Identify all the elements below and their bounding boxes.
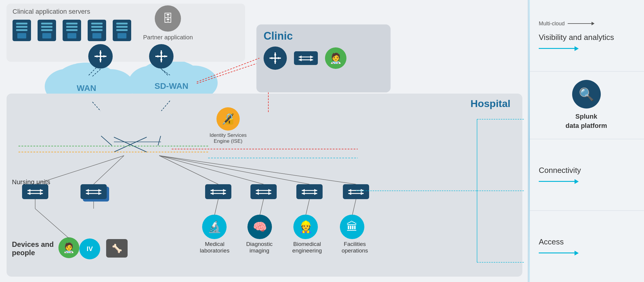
ise-icon: 🔏 [216, 107, 240, 131]
svg-marker-97 [40, 192, 43, 195]
connectivity-section: Connectivity [529, 139, 644, 211]
biomedical-switch [296, 184, 323, 199]
biomedical-icon: 👷 [293, 215, 318, 239]
nursing-switch [22, 184, 48, 199]
ise-label: Identity Services Engine (ISE) [209, 132, 247, 144]
svg-marker-103 [98, 192, 101, 195]
visibility-label: Visibility and analytics [539, 33, 634, 42]
svg-marker-115 [268, 192, 271, 195]
partner-icon: 🗄 [155, 5, 181, 32]
server-icon-1 [13, 20, 31, 41]
devices-people-label: Devices and people [12, 240, 66, 257]
person-icon-devices: 🧑‍⚕️ [58, 237, 79, 258]
svg-marker-122 [302, 192, 305, 195]
svg-marker-125 [361, 189, 364, 192]
server-icon-4 [88, 20, 106, 41]
svg-marker-85 [270, 57, 273, 59]
svg-marker-98 [27, 192, 30, 195]
svg-marker-56 [164, 55, 167, 58]
visibility-section: Multi-cloud Visibility and analytics [529, 0, 644, 72]
svg-marker-83 [274, 52, 276, 55]
server-icon-2 [38, 20, 56, 41]
svg-text:SD-WAN: SD-WAN [154, 81, 188, 91]
svg-marker-86 [278, 57, 281, 59]
svg-line-129 [92, 69, 100, 76]
svg-marker-54 [160, 59, 162, 62]
splunk-section: 🔍 Splunkdata platform [529, 72, 644, 139]
svg-marker-118 [302, 189, 305, 192]
server-icon-3 [63, 20, 81, 41]
stacked-switch-main [80, 184, 107, 199]
splunk-icon: 🔍 [572, 80, 601, 109]
medlab-switch [205, 184, 231, 199]
svg-line-151 [197, 58, 259, 82]
svg-marker-112 [256, 189, 259, 192]
svg-marker-89 [310, 55, 313, 58]
svg-marker-95 [40, 189, 43, 192]
svg-marker-49 [95, 55, 97, 58]
multicloud-label: Multi-cloud [539, 21, 565, 27]
splunk-label: Splunkdata platform [566, 112, 607, 131]
svg-text:WAN: WAN [77, 83, 96, 93]
imaging-icon: 🧠 [247, 215, 272, 239]
svg-marker-47 [99, 50, 102, 53]
access-section: Access [529, 211, 644, 282]
svg-marker-119 [314, 189, 317, 192]
svg-marker-113 [268, 189, 271, 192]
imaging-label: Diagnostic imaging [239, 241, 280, 254]
top-node-right [149, 44, 174, 69]
server-icon-5 [113, 20, 131, 41]
facilities-icon: 🏛 [340, 215, 364, 239]
ise-container: 🔏 Identity Services Engine (ISE) [209, 107, 247, 144]
clinic-section: Clinic 🧑‍⚕️ [256, 24, 391, 92]
facilities-label: Facilities operations [331, 241, 379, 254]
medlab-label: Medical laboratories [194, 241, 236, 254]
svg-marker-127 [361, 192, 364, 195]
xray-icon: 🦴 [106, 239, 128, 258]
clinic-title: Clinic [264, 30, 383, 42]
svg-line-19 [197, 63, 259, 83]
svg-marker-124 [348, 189, 351, 192]
main-diagram: WAN SD-WAN [0, 0, 644, 282]
svg-marker-53 [160, 50, 162, 53]
svg-marker-106 [210, 189, 213, 192]
svg-marker-104 [86, 192, 89, 195]
svg-marker-50 [103, 55, 106, 58]
imaging-switch [250, 184, 277, 199]
svg-marker-55 [155, 55, 158, 58]
svg-line-130 [161, 69, 170, 75]
svg-marker-128 [348, 192, 351, 195]
svg-marker-110 [210, 192, 213, 195]
svg-marker-91 [310, 58, 313, 61]
svg-marker-121 [314, 192, 317, 195]
hospital-title: Hospital [470, 98, 510, 109]
svg-marker-92 [299, 58, 302, 61]
biomedical-label: Biomedical engineering [283, 241, 331, 254]
clinic-person-icon: 🧑‍⚕️ [325, 47, 346, 69]
svg-marker-107 [223, 189, 226, 192]
svg-marker-84 [274, 61, 276, 64]
svg-marker-109 [223, 192, 226, 195]
partner-application: 🗄 Partner application [143, 5, 193, 41]
medlab-icon: 🔬 [202, 215, 227, 239]
top-node-left [88, 44, 113, 69]
clinic-node [264, 47, 287, 70]
svg-marker-116 [256, 192, 259, 195]
access-label: Access [539, 237, 634, 247]
svg-marker-94 [27, 189, 30, 192]
right-panel: Multi-cloud Visibility and analytics 🔍 S… [528, 0, 644, 282]
svg-marker-101 [98, 189, 101, 192]
svg-marker-48 [99, 59, 102, 62]
clinical-servers-label: Clinical application servers [13, 8, 239, 16]
clinic-switch [294, 51, 318, 65]
partner-label: Partner application [143, 34, 193, 41]
facilities-switch [343, 184, 369, 199]
svg-marker-88 [299, 55, 302, 58]
connectivity-label: Connectivity [539, 166, 634, 175]
clinical-servers-section: Clinical application servers [7, 4, 245, 62]
iv-icon: IV [79, 238, 100, 259]
svg-marker-100 [86, 189, 89, 192]
